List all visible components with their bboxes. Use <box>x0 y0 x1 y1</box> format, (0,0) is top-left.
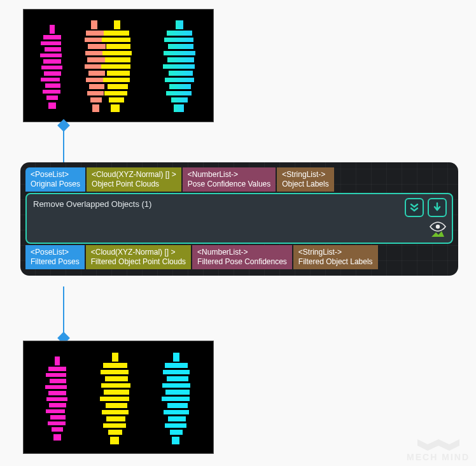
svg-rect-40 <box>167 31 192 36</box>
svg-rect-3 <box>45 47 61 52</box>
svg-rect-75 <box>106 416 125 421</box>
svg-rect-1 <box>43 35 61 39</box>
port-label: Filtered Object Point Clouds <box>91 257 186 267</box>
input-port-object-point-clouds[interactable]: <Cloud(XYZ-Normal) [] > Object Point Clo… <box>87 167 181 192</box>
svg-rect-0 <box>50 25 55 34</box>
svg-rect-87 <box>164 410 189 414</box>
svg-rect-12 <box>48 102 56 109</box>
output-port-filtered-object-point-clouds[interactable]: <Cloud(XYZ-Normal) [] > Filtered Object … <box>86 245 191 269</box>
svg-rect-69 <box>105 376 128 381</box>
preview-filtered <box>23 341 214 454</box>
svg-point-52 <box>436 225 440 229</box>
svg-rect-55 <box>46 373 66 377</box>
svg-rect-50 <box>171 97 188 102</box>
svg-rect-79 <box>173 353 179 362</box>
port-type: <NumberList-> <box>188 170 271 180</box>
svg-rect-72 <box>100 397 129 401</box>
port-type: <NumberList-> <box>197 248 287 257</box>
port-type: <StringList-> <box>298 248 373 257</box>
svg-rect-43 <box>164 51 195 55</box>
svg-rect-76 <box>103 423 126 428</box>
expand-button[interactable] <box>405 198 424 217</box>
run-button[interactable] <box>428 198 447 217</box>
svg-rect-77 <box>108 430 122 435</box>
pointcloud-magenta-icon <box>43 355 72 444</box>
svg-rect-18 <box>87 57 106 62</box>
visualize-toggle[interactable] <box>429 222 447 239</box>
svg-rect-85 <box>162 397 190 401</box>
watermark-text: MECH MIND <box>407 452 470 462</box>
svg-rect-62 <box>50 415 66 420</box>
mechmind-logo-icon <box>416 437 461 451</box>
svg-rect-41 <box>164 38 193 42</box>
port-label: Original Poses <box>31 180 80 189</box>
svg-rect-90 <box>170 430 183 435</box>
input-port-original-poses[interactable]: <PoseList> Original Poses <box>25 167 85 192</box>
svg-rect-65 <box>53 434 61 441</box>
svg-rect-9 <box>45 83 60 88</box>
svg-rect-91 <box>172 437 179 444</box>
node-body[interactable]: Remove Overlapped Objects (1) <box>25 193 453 244</box>
port-label: Filtered Object Labels <box>298 257 373 267</box>
svg-rect-61 <box>46 409 65 413</box>
input-port-object-labels[interactable]: <StringList-> Object Labels <box>277 167 333 192</box>
svg-rect-13 <box>91 20 97 29</box>
svg-rect-29 <box>106 44 130 49</box>
svg-rect-28 <box>102 38 130 42</box>
port-type: <Cloud(XYZ-Normal) [] > <box>92 170 176 180</box>
svg-rect-47 <box>165 78 194 82</box>
svg-rect-89 <box>165 423 186 428</box>
svg-rect-16 <box>88 44 106 49</box>
watermark: MECH MIND <box>407 437 470 462</box>
port-type: <PoseList> <box>31 170 80 180</box>
preview-original <box>23 9 214 122</box>
eye-image-icon <box>429 222 447 237</box>
svg-rect-68 <box>101 370 129 374</box>
svg-rect-71 <box>104 390 129 395</box>
port-label: Pose Confidence Values <box>188 180 271 189</box>
svg-rect-2 <box>41 41 61 45</box>
svg-rect-60 <box>49 403 66 407</box>
svg-rect-25 <box>92 104 99 112</box>
svg-rect-54 <box>48 367 66 371</box>
svg-rect-21 <box>86 78 105 82</box>
svg-rect-58 <box>48 391 66 395</box>
svg-rect-56 <box>50 379 66 383</box>
node-remove-overlapped-objects[interactable]: <PoseList> Original Poses <Cloud(XYZ-Nor… <box>20 162 458 276</box>
svg-rect-57 <box>45 385 67 389</box>
svg-rect-49 <box>166 91 192 95</box>
output-port-filtered-pose-confidences[interactable]: <NumberList-> Filtered Pose Confidences <box>192 245 292 269</box>
svg-rect-35 <box>108 84 128 89</box>
svg-rect-24 <box>90 97 102 102</box>
svg-rect-70 <box>101 383 130 388</box>
svg-rect-5 <box>43 59 61 64</box>
svg-rect-39 <box>176 20 183 29</box>
port-label: Filtered Pose Confidences <box>197 257 287 267</box>
output-port-filtered-object-labels[interactable]: <StringList-> Filtered Object Labels <box>293 245 378 269</box>
output-port-filtered-poses[interactable]: <PoseList> Filtered Poses <box>25 245 85 269</box>
svg-rect-36 <box>104 91 127 95</box>
svg-rect-8 <box>41 78 60 81</box>
svg-rect-45 <box>163 64 195 69</box>
svg-rect-26 <box>114 20 120 29</box>
connector-line <box>63 286 64 337</box>
input-ports-row: <PoseList> Original Poses <Cloud(XYZ-Nor… <box>25 167 453 192</box>
pointcloud-cyan-icon <box>160 353 194 447</box>
pointcloud-yellow-icon <box>97 353 134 447</box>
svg-rect-82 <box>167 376 188 381</box>
svg-rect-46 <box>169 71 193 76</box>
port-type: <Cloud(XYZ-Normal) [] > <box>91 248 186 257</box>
svg-rect-11 <box>46 95 58 100</box>
svg-rect-51 <box>174 104 184 112</box>
svg-rect-4 <box>40 53 62 57</box>
pointcloud-magenta-icon <box>38 24 67 113</box>
pointcloud-overlap-icon <box>81 20 145 116</box>
svg-rect-53 <box>55 357 60 365</box>
port-type: <PoseList> <box>31 248 80 257</box>
svg-rect-14 <box>86 31 105 36</box>
svg-rect-38 <box>111 104 120 112</box>
input-port-pose-confidence-values[interactable]: <NumberList-> Pose Confidence Values <box>183 167 276 192</box>
output-ports-row: <PoseList> Filtered Poses <Cloud(XYZ-Nor… <box>25 245 453 269</box>
svg-rect-59 <box>46 397 67 401</box>
svg-rect-22 <box>89 84 104 89</box>
